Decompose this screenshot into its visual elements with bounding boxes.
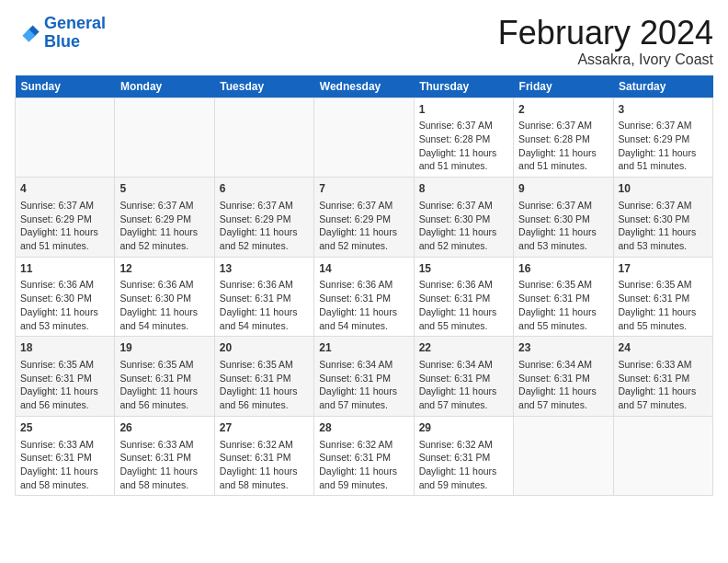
calendar-cell: 1Sunrise: 6:37 AM Sunset: 6:28 PM Daylig…	[414, 98, 513, 178]
calendar-cell: 27Sunrise: 6:32 AM Sunset: 6:31 PM Dayli…	[214, 416, 313, 496]
calendar-cell: 8Sunrise: 6:37 AM Sunset: 6:30 PM Daylig…	[414, 178, 513, 258]
calendar-cell: 25Sunrise: 6:33 AM Sunset: 6:31 PM Dayli…	[16, 416, 115, 496]
logo-icon	[15, 20, 40, 46]
header-row: SundayMondayTuesdayWednesdayThursdayFrid…	[16, 75, 713, 98]
calendar-cell	[514, 416, 613, 496]
day-info: Sunrise: 6:35 AM Sunset: 6:31 PM Dayligh…	[220, 358, 309, 412]
day-number: 24	[619, 340, 708, 356]
day-info: Sunrise: 6:35 AM Sunset: 6:31 PM Dayligh…	[619, 278, 708, 332]
day-number: 28	[319, 420, 408, 436]
weekday-header: Saturday	[613, 75, 712, 98]
day-info: Sunrise: 6:33 AM Sunset: 6:31 PM Dayligh…	[119, 438, 209, 492]
day-info: Sunrise: 6:35 AM Sunset: 6:31 PM Dayligh…	[518, 278, 608, 332]
calendar-cell: 28Sunrise: 6:32 AM Sunset: 6:31 PM Dayli…	[314, 416, 414, 496]
day-number: 14	[319, 261, 408, 277]
logo-text: General Blue	[44, 15, 106, 52]
page-header: General Blue February 2024 Assakra, Ivor…	[15, 15, 713, 68]
weekday-header: Monday	[115, 75, 214, 98]
day-number: 13	[220, 261, 309, 277]
day-info: Sunrise: 6:37 AM Sunset: 6:30 PM Dayligh…	[619, 199, 708, 253]
day-info: Sunrise: 6:36 AM Sunset: 6:30 PM Dayligh…	[119, 278, 209, 332]
calendar-cell: 13Sunrise: 6:36 AM Sunset: 6:31 PM Dayli…	[214, 257, 313, 337]
day-number: 18	[20, 340, 109, 356]
calendar-cell: 3Sunrise: 6:37 AM Sunset: 6:29 PM Daylig…	[613, 98, 712, 178]
logo: General Blue	[15, 15, 106, 52]
week-row: 4Sunrise: 6:37 AM Sunset: 6:29 PM Daylig…	[16, 178, 713, 258]
weekday-header: Thursday	[414, 75, 513, 98]
day-number: 15	[419, 261, 508, 277]
calendar-cell: 11Sunrise: 6:36 AM Sunset: 6:30 PM Dayli…	[16, 257, 115, 337]
day-number: 19	[119, 340, 209, 356]
weekday-header: Sunday	[16, 75, 115, 98]
calendar-cell	[314, 98, 414, 178]
day-info: Sunrise: 6:36 AM Sunset: 6:31 PM Dayligh…	[319, 278, 408, 332]
day-info: Sunrise: 6:37 AM Sunset: 6:28 PM Dayligh…	[419, 119, 508, 173]
day-number: 4	[20, 181, 109, 197]
day-number: 10	[619, 181, 708, 197]
calendar-cell: 15Sunrise: 6:36 AM Sunset: 6:31 PM Dayli…	[414, 257, 513, 337]
weekday-header: Tuesday	[214, 75, 313, 98]
day-info: Sunrise: 6:34 AM Sunset: 6:31 PM Dayligh…	[518, 358, 608, 412]
day-number: 16	[518, 261, 608, 277]
calendar-cell	[214, 98, 313, 178]
day-number: 27	[220, 420, 309, 436]
day-number: 12	[119, 261, 209, 277]
week-row: 11Sunrise: 6:36 AM Sunset: 6:30 PM Dayli…	[16, 257, 713, 337]
calendar-cell: 6Sunrise: 6:37 AM Sunset: 6:29 PM Daylig…	[214, 178, 313, 258]
day-number: 2	[518, 102, 608, 118]
day-info: Sunrise: 6:36 AM Sunset: 6:30 PM Dayligh…	[20, 278, 109, 332]
day-info: Sunrise: 6:32 AM Sunset: 6:31 PM Dayligh…	[419, 438, 508, 492]
calendar-cell: 29Sunrise: 6:32 AM Sunset: 6:31 PM Dayli…	[414, 416, 513, 496]
day-info: Sunrise: 6:35 AM Sunset: 6:31 PM Dayligh…	[119, 358, 209, 412]
day-info: Sunrise: 6:36 AM Sunset: 6:31 PM Dayligh…	[419, 278, 508, 332]
calendar-cell: 24Sunrise: 6:33 AM Sunset: 6:31 PM Dayli…	[613, 337, 712, 417]
day-number: 23	[518, 340, 608, 356]
day-info: Sunrise: 6:37 AM Sunset: 6:30 PM Dayligh…	[419, 199, 508, 253]
day-info: Sunrise: 6:32 AM Sunset: 6:31 PM Dayligh…	[319, 438, 408, 492]
day-number: 7	[319, 181, 408, 197]
calendar-table: SundayMondayTuesdayWednesdayThursdayFrid…	[15, 75, 713, 497]
day-number: 29	[419, 420, 508, 436]
calendar-cell	[115, 98, 214, 178]
day-number: 5	[119, 181, 209, 197]
day-number: 9	[518, 181, 608, 197]
calendar-cell: 21Sunrise: 6:34 AM Sunset: 6:31 PM Dayli…	[314, 337, 414, 417]
day-number: 20	[220, 340, 309, 356]
day-info: Sunrise: 6:32 AM Sunset: 6:31 PM Dayligh…	[220, 438, 309, 492]
day-info: Sunrise: 6:36 AM Sunset: 6:31 PM Dayligh…	[220, 278, 309, 332]
day-number: 11	[20, 261, 109, 277]
day-info: Sunrise: 6:37 AM Sunset: 6:29 PM Dayligh…	[20, 199, 109, 253]
calendar-cell: 23Sunrise: 6:34 AM Sunset: 6:31 PM Dayli…	[514, 337, 613, 417]
day-info: Sunrise: 6:37 AM Sunset: 6:28 PM Dayligh…	[518, 119, 608, 173]
day-info: Sunrise: 6:37 AM Sunset: 6:30 PM Dayligh…	[518, 199, 608, 253]
day-number: 21	[319, 340, 408, 356]
calendar-cell: 14Sunrise: 6:36 AM Sunset: 6:31 PM Dayli…	[314, 257, 414, 337]
week-row: 25Sunrise: 6:33 AM Sunset: 6:31 PM Dayli…	[16, 416, 713, 496]
day-number: 6	[220, 181, 309, 197]
calendar-cell: 19Sunrise: 6:35 AM Sunset: 6:31 PM Dayli…	[115, 337, 214, 417]
day-number: 1	[419, 102, 508, 118]
day-info: Sunrise: 6:33 AM Sunset: 6:31 PM Dayligh…	[20, 438, 109, 492]
day-info: Sunrise: 6:37 AM Sunset: 6:29 PM Dayligh…	[220, 199, 309, 253]
calendar-cell: 9Sunrise: 6:37 AM Sunset: 6:30 PM Daylig…	[514, 178, 613, 258]
calendar-cell: 12Sunrise: 6:36 AM Sunset: 6:30 PM Dayli…	[115, 257, 214, 337]
week-row: 18Sunrise: 6:35 AM Sunset: 6:31 PM Dayli…	[16, 337, 713, 417]
calendar-cell: 16Sunrise: 6:35 AM Sunset: 6:31 PM Dayli…	[514, 257, 613, 337]
day-info: Sunrise: 6:34 AM Sunset: 6:31 PM Dayligh…	[319, 358, 408, 412]
day-info: Sunrise: 6:35 AM Sunset: 6:31 PM Dayligh…	[20, 358, 109, 412]
day-info: Sunrise: 6:34 AM Sunset: 6:31 PM Dayligh…	[419, 358, 508, 412]
day-number: 17	[619, 261, 708, 277]
weekday-header: Friday	[514, 75, 613, 98]
day-info: Sunrise: 6:37 AM Sunset: 6:29 PM Dayligh…	[319, 199, 408, 253]
calendar-cell: 2Sunrise: 6:37 AM Sunset: 6:28 PM Daylig…	[514, 98, 613, 178]
calendar-cell: 17Sunrise: 6:35 AM Sunset: 6:31 PM Dayli…	[613, 257, 712, 337]
day-info: Sunrise: 6:33 AM Sunset: 6:31 PM Dayligh…	[619, 358, 708, 412]
day-number: 26	[119, 420, 209, 436]
week-row: 1Sunrise: 6:37 AM Sunset: 6:28 PM Daylig…	[16, 98, 713, 178]
calendar-cell: 22Sunrise: 6:34 AM Sunset: 6:31 PM Dayli…	[414, 337, 513, 417]
day-number: 8	[419, 181, 508, 197]
calendar-cell: 5Sunrise: 6:37 AM Sunset: 6:29 PM Daylig…	[115, 178, 214, 258]
title-area: February 2024 Assakra, Ivory Coast	[498, 15, 713, 68]
calendar-subtitle: Assakra, Ivory Coast	[498, 52, 713, 68]
day-info: Sunrise: 6:37 AM Sunset: 6:29 PM Dayligh…	[619, 119, 708, 173]
